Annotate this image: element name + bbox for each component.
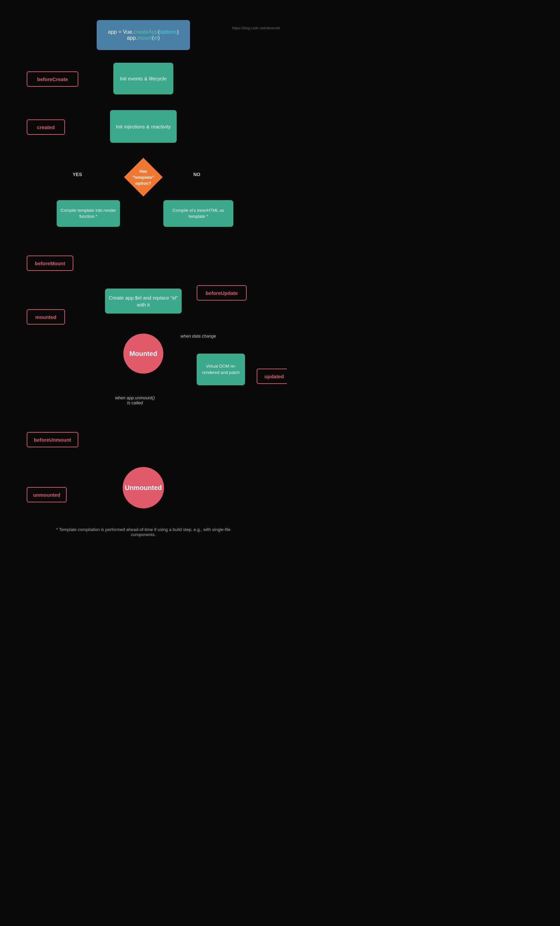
unmounted-lc-node: unmounted xyxy=(27,487,67,502)
entry-code-el: el xyxy=(154,35,158,41)
unmounted-circle-node: Unmounted xyxy=(123,467,164,508)
before-unmount-node: beforeUnmount xyxy=(27,432,78,447)
watermark: https://blog.csdn.net/silvercell xyxy=(232,26,280,30)
entry-code-mount: mount xyxy=(137,35,152,41)
updated-label: updated xyxy=(264,373,284,380)
entry-code-createapp: createApp xyxy=(134,29,158,35)
unmounted-circle-label: Unmounted xyxy=(125,484,162,492)
init-events-node: Init events & lifecycle xyxy=(113,63,174,94)
entry-code-close1: ) xyxy=(177,29,179,35)
before-unmount-label: beforeUnmount xyxy=(34,436,71,443)
entry-code-app2: app. xyxy=(127,35,137,41)
init-events-label: Init events & lifecycle xyxy=(120,75,167,82)
yes-label: YES xyxy=(72,172,82,177)
no-label: NO xyxy=(193,172,200,177)
virtual-dom-node: Virtual DOM re-rendered and patch xyxy=(197,354,245,385)
created-node: created xyxy=(27,120,65,135)
mounted-circle-node: Mounted xyxy=(123,334,163,374)
entry-node: app = Vue.createApp(options) app.mount(e… xyxy=(97,20,190,50)
created-label: created xyxy=(37,124,55,131)
entry-code-close2: ) xyxy=(158,35,160,41)
compile-inner-label: Compile el's innerHTML as template * xyxy=(166,207,231,219)
before-update-label: beforeUpdate xyxy=(206,289,238,297)
has-template-node: Has"template"option? xyxy=(124,158,163,197)
before-update-node: beforeUpdate xyxy=(197,285,247,301)
has-template-label: Has"template"option? xyxy=(132,169,154,186)
init-injections-label: Init injections & reactivity xyxy=(116,123,171,130)
before-create-node: beforeCreate xyxy=(27,71,78,87)
diagram-container: app = Vue.createApp(options) app.mount(e… xyxy=(0,0,287,40)
compile-template-node: Compile template into render function * xyxy=(57,200,120,227)
mounted-lc-label: mounted xyxy=(35,313,56,321)
updated-node: updated xyxy=(257,369,287,384)
virtual-dom-label: Virtual DOM re-rendered and patch xyxy=(199,363,242,375)
mounted-lc-node: mounted xyxy=(27,309,65,325)
create-el-node: Create app.$el and replace "el" with it xyxy=(105,289,182,313)
footnote: * Template compilation is performed ahea… xyxy=(53,527,233,537)
entry-code-options: options xyxy=(160,29,177,35)
mounted-circle-label: Mounted xyxy=(129,350,157,358)
when-data-label: when data change xyxy=(180,334,217,339)
before-mount-node: beforeMount xyxy=(27,256,73,271)
entry-code-app: app = Vue. xyxy=(108,29,134,35)
create-el-label: Create app.$el and replace "el" with it xyxy=(108,294,179,308)
before-create-label: beforeCreate xyxy=(37,76,68,83)
unmounted-lc-label: unmounted xyxy=(33,491,60,498)
before-mount-label: beforeMount xyxy=(35,260,65,267)
when-unmount-label: when app.unmount() is called xyxy=(113,395,157,405)
compile-inner-node: Compile el's innerHTML as template * xyxy=(163,200,233,227)
init-injections-node: Init injections & reactivity xyxy=(110,110,177,143)
compile-template-label: Compile template into render function * xyxy=(59,207,117,219)
